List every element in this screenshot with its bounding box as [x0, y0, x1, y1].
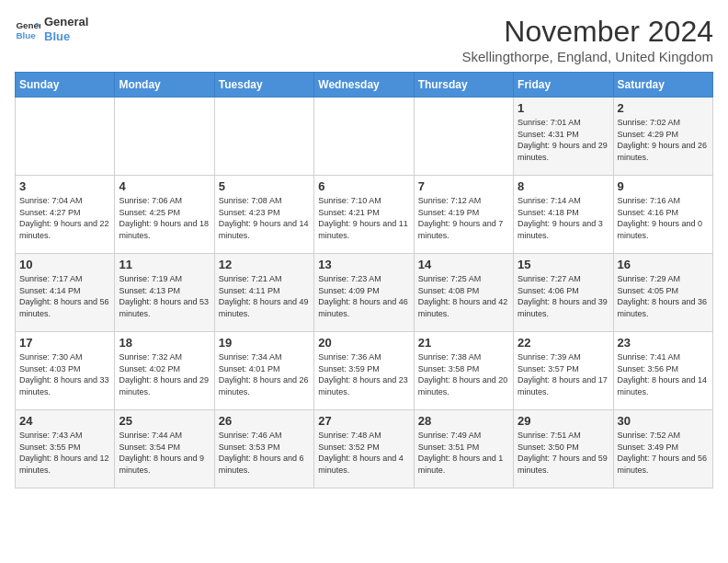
day-number: 24 — [19, 414, 110, 428]
day-number: 29 — [518, 414, 609, 428]
day-number: 11 — [119, 258, 210, 271]
calendar-cell: 17Sunrise: 7:30 AM Sunset: 4:03 PM Dayli… — [16, 332, 115, 410]
header-thursday: Thursday — [414, 73, 513, 98]
day-number: 21 — [418, 336, 509, 350]
month-title: November 2024 — [461, 15, 713, 49]
day-info: Sunrise: 7:02 AM Sunset: 4:29 PM Dayligh… — [618, 117, 709, 163]
day-info: Sunrise: 7:51 AM Sunset: 3:50 PM Dayligh… — [518, 430, 609, 476]
calendar-cell: 16Sunrise: 7:29 AM Sunset: 4:05 PM Dayli… — [613, 254, 712, 332]
day-number: 28 — [418, 414, 509, 428]
day-info: Sunrise: 7:08 AM Sunset: 4:23 PM Dayligh… — [219, 195, 310, 241]
day-info: Sunrise: 7:17 AM Sunset: 4:14 PM Dayligh… — [19, 273, 110, 319]
day-info: Sunrise: 7:10 AM Sunset: 4:21 PM Dayligh… — [318, 195, 409, 241]
day-info: Sunrise: 7:46 AM Sunset: 3:53 PM Dayligh… — [219, 430, 310, 476]
week-row-0: 1Sunrise: 7:01 AM Sunset: 4:31 PM Daylig… — [16, 98, 713, 176]
calendar-cell: 18Sunrise: 7:32 AM Sunset: 4:02 PM Dayli… — [115, 332, 214, 410]
calendar-header: SundayMondayTuesdayWednesdayThursdayFrid… — [16, 73, 713, 98]
day-info: Sunrise: 7:43 AM Sunset: 3:55 PM Dayligh… — [19, 430, 110, 476]
calendar-cell: 23Sunrise: 7:41 AM Sunset: 3:56 PM Dayli… — [613, 332, 712, 410]
day-info: Sunrise: 7:32 AM Sunset: 4:02 PM Dayligh… — [119, 351, 210, 397]
calendar-cell: 5Sunrise: 7:08 AM Sunset: 4:23 PM Daylig… — [214, 176, 313, 254]
day-number: 1 — [518, 101, 609, 115]
header-wednesday: Wednesday — [314, 73, 414, 98]
calendar-cell: 30Sunrise: 7:52 AM Sunset: 3:49 PM Dayli… — [613, 410, 712, 488]
day-number: 25 — [119, 414, 210, 428]
calendar-cell: 3Sunrise: 7:04 AM Sunset: 4:27 PM Daylig… — [16, 176, 115, 254]
calendar-body: 1Sunrise: 7:01 AM Sunset: 4:31 PM Daylig… — [16, 98, 713, 488]
day-info: Sunrise: 7:01 AM Sunset: 4:31 PM Dayligh… — [518, 117, 609, 163]
calendar-cell: 2Sunrise: 7:02 AM Sunset: 4:29 PM Daylig… — [613, 98, 712, 176]
day-number: 14 — [418, 258, 509, 271]
calendar-cell: 20Sunrise: 7:36 AM Sunset: 3:59 PM Dayli… — [314, 332, 414, 410]
calendar-cell: 1Sunrise: 7:01 AM Sunset: 4:31 PM Daylig… — [514, 98, 613, 176]
day-number: 30 — [618, 414, 709, 428]
week-row-2: 10Sunrise: 7:17 AM Sunset: 4:14 PM Dayli… — [16, 254, 713, 332]
calendar-cell: 29Sunrise: 7:51 AM Sunset: 3:50 PM Dayli… — [514, 410, 613, 488]
calendar-cell: 4Sunrise: 7:06 AM Sunset: 4:25 PM Daylig… — [115, 176, 214, 254]
day-number: 15 — [518, 258, 609, 271]
day-number: 4 — [119, 179, 210, 193]
calendar-cell — [314, 98, 414, 176]
header-friday: Friday — [514, 73, 613, 98]
day-info: Sunrise: 7:39 AM Sunset: 3:57 PM Dayligh… — [518, 351, 609, 397]
day-info: Sunrise: 7:30 AM Sunset: 4:03 PM Dayligh… — [19, 351, 110, 397]
header-monday: Monday — [115, 73, 214, 98]
calendar-cell: 15Sunrise: 7:27 AM Sunset: 4:06 PM Dayli… — [514, 254, 613, 332]
calendar-cell: 27Sunrise: 7:48 AM Sunset: 3:52 PM Dayli… — [314, 410, 414, 488]
week-row-3: 17Sunrise: 7:30 AM Sunset: 4:03 PM Dayli… — [16, 332, 713, 410]
day-info: Sunrise: 7:34 AM Sunset: 4:01 PM Dayligh… — [219, 351, 310, 397]
header-sunday: Sunday — [16, 73, 115, 98]
header-saturday: Saturday — [613, 73, 712, 98]
day-number: 26 — [219, 414, 310, 428]
day-number: 6 — [318, 179, 409, 193]
day-number: 5 — [219, 179, 310, 193]
day-info: Sunrise: 7:41 AM Sunset: 3:56 PM Dayligh… — [618, 351, 709, 397]
day-number: 22 — [518, 336, 609, 350]
calendar-cell: 24Sunrise: 7:43 AM Sunset: 3:55 PM Dayli… — [16, 410, 115, 488]
location-title: Skellingthorpe, England, United Kingdom — [461, 49, 713, 64]
day-number: 13 — [318, 258, 409, 271]
day-info: Sunrise: 7:48 AM Sunset: 3:52 PM Dayligh… — [318, 430, 409, 476]
day-info: Sunrise: 7:14 AM Sunset: 4:18 PM Dayligh… — [518, 195, 609, 241]
day-number: 10 — [19, 258, 110, 271]
day-info: Sunrise: 7:25 AM Sunset: 4:08 PM Dayligh… — [418, 273, 509, 319]
day-number: 20 — [318, 336, 409, 350]
day-info: Sunrise: 7:44 AM Sunset: 3:54 PM Dayligh… — [119, 430, 210, 476]
calendar-cell: 10Sunrise: 7:17 AM Sunset: 4:14 PM Dayli… — [16, 254, 115, 332]
day-number: 12 — [219, 258, 310, 271]
calendar-cell: 28Sunrise: 7:49 AM Sunset: 3:51 PM Dayli… — [414, 410, 513, 488]
day-number: 18 — [119, 336, 210, 350]
calendar-cell — [115, 98, 214, 176]
day-info: Sunrise: 7:21 AM Sunset: 4:11 PM Dayligh… — [219, 273, 310, 319]
logo-text-general: General — [44, 15, 88, 29]
day-number: 19 — [219, 336, 310, 350]
day-info: Sunrise: 7:52 AM Sunset: 3:49 PM Dayligh… — [618, 430, 709, 476]
calendar-cell — [214, 98, 313, 176]
calendar-cell: 12Sunrise: 7:21 AM Sunset: 4:11 PM Dayli… — [214, 254, 313, 332]
svg-text:Blue: Blue — [16, 29, 36, 40]
calendar-cell — [414, 98, 513, 176]
week-row-1: 3Sunrise: 7:04 AM Sunset: 4:27 PM Daylig… — [16, 176, 713, 254]
calendar-cell: 11Sunrise: 7:19 AM Sunset: 4:13 PM Dayli… — [115, 254, 214, 332]
calendar-cell: 9Sunrise: 7:16 AM Sunset: 4:16 PM Daylig… — [613, 176, 712, 254]
day-number: 27 — [318, 414, 409, 428]
calendar-cell: 8Sunrise: 7:14 AM Sunset: 4:18 PM Daylig… — [514, 176, 613, 254]
header-row: SundayMondayTuesdayWednesdayThursdayFrid… — [16, 73, 713, 98]
header-tuesday: Tuesday — [214, 73, 313, 98]
day-number: 17 — [19, 336, 110, 350]
calendar-cell: 25Sunrise: 7:44 AM Sunset: 3:54 PM Dayli… — [115, 410, 214, 488]
calendar-cell — [16, 98, 115, 176]
title-block: November 2024 Skellingthorpe, England, U… — [461, 15, 713, 64]
day-number: 2 — [618, 101, 709, 115]
calendar-cell: 19Sunrise: 7:34 AM Sunset: 4:01 PM Dayli… — [214, 332, 313, 410]
calendar-cell: 26Sunrise: 7:46 AM Sunset: 3:53 PM Dayli… — [214, 410, 313, 488]
calendar-cell: 21Sunrise: 7:38 AM Sunset: 3:58 PM Dayli… — [414, 332, 513, 410]
logo: General Blue General Blue — [15, 15, 88, 43]
day-info: Sunrise: 7:16 AM Sunset: 4:16 PM Dayligh… — [618, 195, 709, 241]
calendar-cell: 22Sunrise: 7:39 AM Sunset: 3:57 PM Dayli… — [514, 332, 613, 410]
header: General Blue General Blue November 2024 … — [15, 15, 713, 64]
day-number: 8 — [518, 179, 609, 193]
day-number: 16 — [618, 258, 709, 271]
logo-icon: General Blue — [15, 17, 40, 42]
day-info: Sunrise: 7:29 AM Sunset: 4:05 PM Dayligh… — [618, 273, 709, 319]
